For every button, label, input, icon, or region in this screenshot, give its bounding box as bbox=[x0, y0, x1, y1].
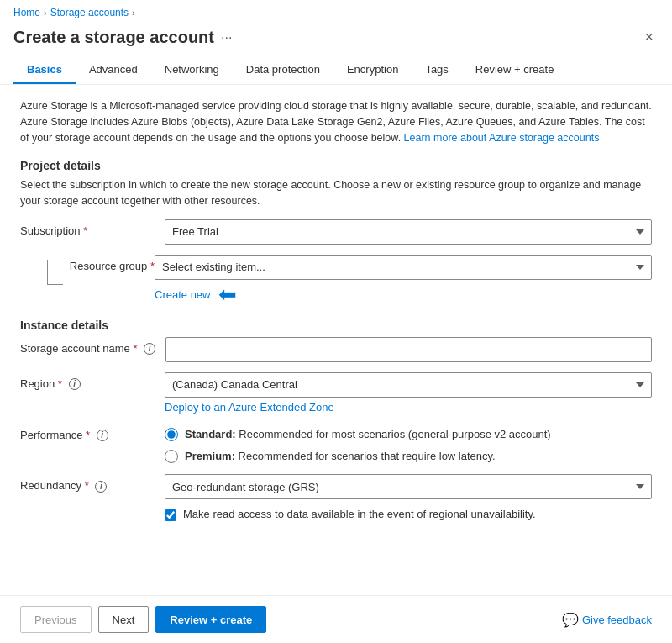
tab-review-create[interactable]: Review + create bbox=[462, 56, 568, 84]
performance-control: Standard: Recommended for most scenarios… bbox=[165, 424, 652, 464]
performance-required-marker: * bbox=[86, 429, 90, 441]
azure-storage-description: Azure Storage is a Microsoft-managed ser… bbox=[20, 98, 652, 145]
storage-account-name-input[interactable] bbox=[165, 337, 652, 362]
performance-premium-option[interactable]: Premium: Recommended for scenarios that … bbox=[165, 449, 652, 464]
panel-title-row: Create a storage account ··· bbox=[13, 28, 232, 47]
breadcrumb-home[interactable]: Home bbox=[13, 7, 40, 18]
read-access-label: Make read access to data available in th… bbox=[183, 508, 536, 520]
region-required-marker: * bbox=[58, 377, 62, 390]
learn-more-link[interactable]: Learn more about Azure storage accounts bbox=[404, 132, 600, 144]
tab-advanced[interactable]: Advanced bbox=[76, 56, 151, 84]
region-info-icon[interactable]: i bbox=[69, 378, 81, 390]
review-create-button[interactable]: Review + create bbox=[155, 606, 266, 633]
next-button[interactable]: Next bbox=[98, 606, 150, 633]
resource-group-section: Resource group * Select existing item...… bbox=[20, 255, 652, 305]
subscription-dropdown[interactable]: Free Trial bbox=[165, 219, 652, 245]
footer-actions: Previous Next Review + create bbox=[20, 606, 266, 633]
tab-networking[interactable]: Networking bbox=[151, 56, 233, 84]
storage-account-name-control bbox=[165, 337, 652, 362]
panel-more-options[interactable]: ··· bbox=[221, 30, 232, 45]
breadcrumb: Home › Storage accounts › bbox=[0, 0, 672, 22]
performance-row: Performance * i Standard: Recommended fo… bbox=[20, 424, 652, 464]
redundancy-required-marker: * bbox=[85, 479, 89, 492]
arrow-annotation: ⬅ bbox=[218, 283, 237, 305]
breadcrumb-sep-1: › bbox=[44, 8, 47, 18]
region-dropdown[interactable]: (Canada) Canada Central bbox=[165, 372, 652, 398]
storage-account-name-row: Storage account name * i bbox=[20, 337, 652, 362]
read-access-row: Make read access to data available in th… bbox=[165, 508, 652, 521]
resource-group-dropdown[interactable]: Select existing item... bbox=[155, 255, 652, 280]
performance-info-icon[interactable]: i bbox=[97, 430, 108, 441]
subscription-label: Subscription * bbox=[20, 219, 155, 237]
connector-line bbox=[47, 260, 63, 285]
page-title: Create a storage account bbox=[13, 28, 214, 47]
performance-standard-label: Standard: Recommended for most scenarios… bbox=[185, 427, 551, 442]
performance-standard-option[interactable]: Standard: Recommended for most scenarios… bbox=[165, 427, 652, 442]
give-feedback-link[interactable]: 💬 Give feedback bbox=[562, 612, 652, 628]
instance-details-header: Instance details bbox=[20, 319, 652, 332]
performance-premium-radio[interactable] bbox=[165, 450, 178, 463]
tab-bar: Basics Advanced Networking Data protecti… bbox=[0, 56, 672, 85]
read-access-checkbox[interactable] bbox=[165, 509, 176, 521]
region-label: Region * i bbox=[20, 372, 155, 391]
redundancy-label: Redundancy * i bbox=[20, 474, 155, 493]
redundancy-row: Redundancy * i Locally-redundant storage… bbox=[20, 474, 652, 521]
performance-standard-radio[interactable] bbox=[165, 428, 178, 441]
region-control: (Canada) Canada Central Deploy to an Azu… bbox=[165, 372, 652, 414]
redundancy-info-icon[interactable]: i bbox=[95, 481, 107, 493]
footer: Previous Next Review + create 💬 Give fee… bbox=[0, 595, 672, 643]
tab-basics[interactable]: Basics bbox=[13, 56, 76, 84]
performance-premium-label: Premium: Recommended for scenarios that … bbox=[185, 449, 496, 464]
tab-tags[interactable]: Tags bbox=[412, 56, 461, 84]
breadcrumb-storage-accounts[interactable]: Storage accounts bbox=[50, 7, 129, 18]
close-button[interactable]: × bbox=[639, 25, 659, 50]
create-new-link[interactable]: Create new bbox=[155, 288, 210, 301]
previous-button[interactable]: Previous bbox=[20, 606, 92, 633]
resource-group-control: Select existing item... Create new ⬅ bbox=[155, 255, 652, 305]
region-row: Region * i (Canada) Canada Central Deplo… bbox=[20, 372, 652, 414]
storage-account-name-label: Storage account name * i bbox=[20, 337, 155, 356]
subscription-row: Subscription * Free Trial bbox=[20, 219, 652, 245]
main-content: Azure Storage is a Microsoft-managed ser… bbox=[0, 85, 672, 595]
tab-data-protection[interactable]: Data protection bbox=[233, 56, 333, 84]
project-details-header: Project details bbox=[20, 159, 652, 172]
project-details-desc: Select the subscription in which to crea… bbox=[20, 177, 652, 209]
subscription-required-marker: * bbox=[83, 224, 87, 237]
tab-encryption[interactable]: Encryption bbox=[333, 56, 412, 84]
feedback-icon: 💬 bbox=[562, 612, 579, 628]
redundancy-control: Locally-redundant storage (LRS) Zone-red… bbox=[165, 474, 652, 521]
performance-radio-group: Standard: Recommended for most scenarios… bbox=[165, 424, 652, 464]
storage-name-required-marker: * bbox=[133, 342, 137, 355]
resource-group-label: Resource group * bbox=[70, 255, 155, 272]
performance-label: Performance * i bbox=[20, 424, 155, 442]
storage-name-info-icon[interactable]: i bbox=[144, 343, 155, 355]
create-storage-account-panel: Home › Storage accounts › Create a stora… bbox=[0, 0, 672, 643]
feedback-label: Give feedback bbox=[582, 614, 652, 626]
redundancy-dropdown[interactable]: Locally-redundant storage (LRS) Zone-red… bbox=[165, 474, 652, 499]
breadcrumb-sep-2: › bbox=[132, 8, 135, 18]
panel-header: Create a storage account ··· × bbox=[0, 22, 672, 56]
deploy-extended-zone-link[interactable]: Deploy to an Azure Extended Zone bbox=[165, 401, 652, 414]
subscription-control: Free Trial bbox=[165, 219, 652, 245]
